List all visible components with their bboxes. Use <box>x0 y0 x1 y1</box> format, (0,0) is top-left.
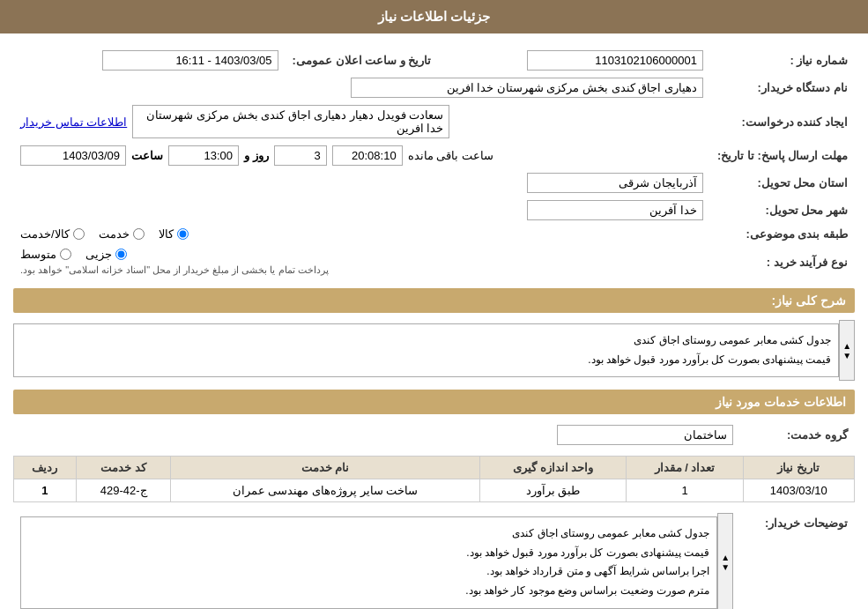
need-number-input: 1103102106000001 <box>527 50 703 71</box>
process-notice: پرداخت تمام یا بخشی از مبلغ خریدار از مح… <box>20 264 329 276</box>
service-group-table: گروه خدمت: ساختمان <box>13 421 855 449</box>
buyer-notes-table: توضیحات خریدار: ▲ ▼ جدول کشی معابر عمومی… <box>13 509 855 609</box>
service-group-value: ساختمان <box>63 421 740 449</box>
buyer-notes-line1: جدول کشی معابر عمومی روستای اجاق کندی <box>28 524 709 544</box>
deadline-row: 1403/03/09 ساعت 13:00 روز و 3 20:08:10 س… <box>13 142 710 169</box>
col-date: تاریخ نیاز <box>743 457 854 479</box>
page-title: جزئیات اطلاعات نیاز <box>378 9 490 24</box>
buyer-notes-line4: مترم صورت وضعیت براساس وضع موجود کار خوا… <box>28 582 709 601</box>
buyer-org-value: دهیاری اجاق کندی بخش مرکزی شهرستان خدا ا… <box>13 74 710 101</box>
cell-unit: طبق برآورد <box>479 479 627 502</box>
creator-label: ایجاد کننده درخواست: <box>710 101 855 142</box>
col-unit: واحد اندازه گیری <box>479 457 627 479</box>
need-desc-line2: قیمت پیشنهادی بصورت کل برآورد مورد قبول … <box>21 351 831 370</box>
need-desc-row: ▲ ▼ جدول کشی معابر عمومی روستای اجاق کند… <box>13 320 855 381</box>
category-kala-label: کالا <box>159 227 174 241</box>
services-table: تاریخ نیاز تعداد / مقدار واحد اندازه گیر… <box>13 456 855 502</box>
buyer-notes-box: جدول کشی معابر عمومی روستای اجاق کندی قی… <box>20 516 717 608</box>
deadline-label: مهلت ارسال پاسخ: تا تاریخ: <box>710 142 855 169</box>
buyer-scroll-up-icon[interactable]: ▲ <box>721 553 730 562</box>
process-motavaset-radio[interactable] <box>60 249 71 260</box>
category-kala-radio[interactable] <box>177 228 189 240</box>
cell-qty: 1 <box>627 479 743 502</box>
scroll-arrows[interactable]: ▲ ▼ <box>839 320 855 381</box>
need-desc-section-title: شرح کلی نیاز: <box>13 288 855 313</box>
service-group-input: ساختمان <box>557 425 733 445</box>
days-label: روز و <box>244 149 269 162</box>
scroll-up-icon[interactable]: ▲ <box>842 341 851 351</box>
category-kala-khedmat[interactable]: کالا/خدمت <box>20 227 85 241</box>
date-announce-value: 1403/03/05 - 16:11 <box>13 47 286 74</box>
col-name: نام خدمت <box>171 457 479 479</box>
creator-value: اطلاعات تماس خریدار سعادت فویدل دهیار ده… <box>13 101 710 142</box>
cell-row: 1 <box>14 479 77 502</box>
buyer-scroll-down-icon[interactable]: ▼ <box>721 562 730 572</box>
page-container: جزئیات اطلاعات نیاز شماره نیاز : 1103102… <box>0 0 868 609</box>
need-desc-label: شرح کلی نیاز: <box>772 293 846 308</box>
province-value: آذربایجان شرقی <box>13 169 710 197</box>
date-announce-input: 1403/03/05 - 16:11 <box>102 50 278 71</box>
buyer-notes-line3: اجرا براساس شرایط آگهی و متن قرارداد خوا… <box>28 562 709 582</box>
process-jozvi-radio[interactable] <box>115 249 127 260</box>
page-header: جزئیات اطلاعات نیاز <box>0 0 868 33</box>
main-content: شماره نیاز : 1103102106000001 تاریخ و سا… <box>0 33 868 609</box>
province-label: استان محل تحویل: <box>710 169 855 197</box>
creator-input: سعادت فویدل دهیار دهیاری اجاق کندی بخش م… <box>132 105 449 138</box>
buyer-notes-label: توضیحات خریدار: <box>740 509 855 609</box>
city-input: خدا آفرین <box>527 200 703 220</box>
province-input: آذربایجان شرقی <box>527 173 703 193</box>
category-khedmat[interactable]: خدمت <box>99 227 145 241</box>
category-khedmat-radio[interactable] <box>133 228 145 240</box>
contact-link[interactable]: اطلاعات تماس خریدار <box>20 115 127 129</box>
category-kala-khedmat-label: کالا/خدمت <box>20 227 70 241</box>
col-row: ردیف <box>14 457 77 479</box>
scroll-down-icon[interactable]: ▼ <box>842 351 851 360</box>
deadline-days: 3 <box>274 145 327 166</box>
deadline-remain: 20:08:10 <box>332 145 403 166</box>
need-desc-box: جدول کشی معابر عمومی روستای اجاق کندی قی… <box>13 323 839 377</box>
cell-date: 1403/03/10 <box>743 479 854 502</box>
service-group-label: گروه خدمت: <box>740 421 855 449</box>
services-section-label: اطلاعات خدمات مورد نیاز <box>716 395 846 409</box>
need-number-value: 1103102106000001 <box>438 47 710 74</box>
city-label: شهر محل تحویل: <box>710 197 855 224</box>
deadline-date: 1403/03/09 <box>20 145 126 166</box>
cell-name: ساخت سایر پروژه‌های مهندسی عمران <box>171 479 479 502</box>
services-section-title: اطلاعات خدمات مورد نیاز <box>13 390 855 414</box>
process-label: نوع فرآیند خرید : <box>710 244 855 279</box>
buyer-notes-value: ▲ ▼ جدول کشی معابر عمومی روستای اجاق کند… <box>13 509 740 609</box>
need-desc-line1: جدول کشی معابر عمومی روستای اجاق کندی <box>21 331 831 351</box>
category-khedmat-label: خدمت <box>99 227 130 241</box>
process-motavaset-label: متوسط <box>20 248 56 261</box>
remain-label: ساعت باقی مانده <box>408 149 493 162</box>
buyer-org-label: نام دستگاه خریدار: <box>710 74 855 101</box>
col-code: کد خدمت <box>76 457 171 479</box>
buyer-notes-scroll[interactable]: ▲ ▼ <box>717 513 733 609</box>
buyer-notes-line2: قیمت پیشنهادی بصورت کل برآورد مورد قبول … <box>28 544 709 563</box>
process-jozvi[interactable]: جزیی <box>85 248 127 261</box>
info-section: شماره نیاز : 1103102106000001 تاریخ و سا… <box>13 47 855 279</box>
deadline-time: 13:00 <box>168 145 239 166</box>
time-label: ساعت <box>131 149 163 162</box>
category-kala[interactable]: کالا <box>159 227 189 241</box>
process-motavaset[interactable]: متوسط <box>20 248 71 261</box>
cell-code: ج-42-429 <box>76 479 171 502</box>
date-announce-label: تاریخ و ساعت اعلان عمومی: <box>286 47 439 74</box>
buyer-notes-row: ▲ ▼ جدول کشی معابر عمومی روستای اجاق کند… <box>20 513 733 609</box>
need-number-label: شماره نیاز : <box>710 47 855 74</box>
process-jozvi-label: جزیی <box>85 248 112 261</box>
category-row: کالا/خدمت خدمت کالا <box>13 224 710 244</box>
col-qty: تعداد / مقدار <box>627 457 743 479</box>
category-label: طبقه بندی موضوعی: <box>710 224 855 244</box>
category-kala-khedmat-radio[interactable] <box>73 228 85 240</box>
process-row: متوسط جزیی پرداخت تمام یا بخشی از مبلغ خ… <box>13 244 710 279</box>
city-value: خدا آفرین <box>13 197 710 224</box>
buyer-org-input: دهیاری اجاق کندی بخش مرکزی شهرستان خدا ا… <box>351 78 703 98</box>
table-row: 1403/03/10 1 طبق برآورد ساخت سایر پروژه‌… <box>14 479 855 502</box>
